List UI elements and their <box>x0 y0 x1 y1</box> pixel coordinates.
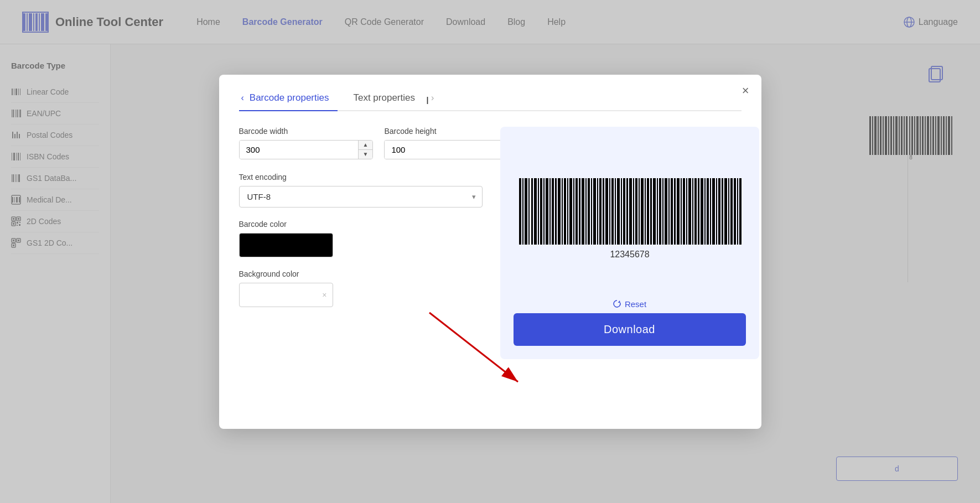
background-color-label: Background color <box>239 269 483 278</box>
svg-rect-108 <box>564 178 566 245</box>
svg-rect-161 <box>722 178 723 245</box>
svg-rect-165 <box>734 178 736 245</box>
svg-rect-97 <box>531 178 533 245</box>
svg-rect-135 <box>645 178 646 245</box>
svg-rect-116 <box>588 178 590 245</box>
svg-rect-145 <box>674 178 676 245</box>
svg-rect-148 <box>683 178 685 245</box>
svg-rect-139 <box>657 178 658 245</box>
barcode-color-swatch[interactable] <box>239 233 333 257</box>
tab-barcode-properties[interactable]: ‹ Barcode properties <box>239 92 338 111</box>
barcode-width-input[interactable] <box>240 141 358 159</box>
svg-rect-113 <box>579 178 580 245</box>
reset-icon <box>613 299 621 308</box>
tab-chevron-right-icon: › <box>431 93 434 110</box>
svg-rect-93 <box>519 178 521 245</box>
color-clear-icon[interactable]: × <box>322 291 326 299</box>
svg-rect-144 <box>671 178 673 245</box>
svg-text:12345678: 12345678 <box>610 250 649 259</box>
modal-right-panel: 12345678 Reset Download <box>500 127 759 359</box>
svg-rect-133 <box>639 178 640 245</box>
text-encoding-select[interactable]: UTF-8 UTF-16 ISO-8859-1 <box>239 186 483 208</box>
modal-dialog: × ‹ Barcode properties Text properties I… <box>219 75 761 429</box>
barcode-preview-svg: 12345678 <box>514 175 746 264</box>
reset-button[interactable]: Reset <box>613 299 646 309</box>
svg-rect-105 <box>555 178 557 245</box>
spinbox-down-width[interactable]: ▼ <box>359 150 373 159</box>
svg-rect-117 <box>591 178 592 245</box>
svg-rect-137 <box>650 178 652 245</box>
tab-cursor-icon: I <box>426 95 429 107</box>
barcode-height-group: Barcode height ▲ ▼ <box>384 127 518 159</box>
svg-rect-106 <box>558 178 561 245</box>
svg-rect-114 <box>582 178 584 245</box>
svg-rect-100 <box>540 178 542 245</box>
svg-rect-136 <box>647 178 649 245</box>
svg-rect-109 <box>567 178 568 245</box>
svg-rect-152 <box>694 178 697 245</box>
modal-close-button[interactable]: × <box>742 85 749 97</box>
svg-rect-110 <box>569 178 572 245</box>
svg-rect-156 <box>707 178 709 245</box>
svg-rect-118 <box>593 178 596 245</box>
svg-rect-129 <box>626 178 628 245</box>
svg-rect-157 <box>710 178 711 245</box>
barcode-height-spinbox[interactable]: ▲ ▼ <box>384 140 518 159</box>
svg-rect-101 <box>543 178 545 245</box>
svg-rect-131 <box>633 178 634 245</box>
svg-rect-149 <box>686 178 687 245</box>
text-encoding-label: Text encoding <box>239 173 483 182</box>
svg-rect-99 <box>538 178 539 245</box>
barcode-width-label: Barcode width <box>239 127 374 136</box>
svg-rect-124 <box>611 178 614 245</box>
svg-rect-142 <box>665 178 667 245</box>
svg-rect-166 <box>737 178 738 245</box>
spinbox-btns-width: ▲ ▼ <box>358 141 373 159</box>
svg-rect-141 <box>662 178 663 245</box>
svg-rect-120 <box>599 178 602 245</box>
svg-rect-112 <box>575 178 578 245</box>
svg-rect-119 <box>597 178 598 245</box>
svg-rect-134 <box>641 178 644 245</box>
svg-rect-107 <box>562 178 563 245</box>
barcode-color-label: Barcode color <box>239 220 483 229</box>
dimensions-row: Barcode width ▲ ▼ Barcode height <box>239 127 483 159</box>
svg-rect-126 <box>617 178 620 245</box>
barcode-height-input[interactable] <box>385 141 503 159</box>
svg-rect-111 <box>573 178 574 245</box>
svg-rect-130 <box>629 178 632 245</box>
svg-rect-154 <box>701 178 703 245</box>
background-color-swatch[interactable]: × <box>239 283 333 307</box>
barcode-width-spinbox[interactable]: ▲ ▼ <box>239 140 374 159</box>
modal-left-panel: Barcode width ▲ ▼ Barcode height <box>239 127 483 359</box>
svg-rect-164 <box>730 178 733 245</box>
reset-label: Reset <box>625 299 646 309</box>
barcode-width-group: Barcode width ▲ ▼ <box>239 127 374 159</box>
svg-rect-167 <box>739 178 742 245</box>
svg-rect-128 <box>623 178 625 245</box>
svg-rect-96 <box>528 178 530 245</box>
text-encoding-group: Text encoding UTF-8 UTF-16 ISO-8859-1 ▾ <box>239 173 483 208</box>
svg-rect-153 <box>698 178 699 245</box>
svg-rect-127 <box>621 178 622 245</box>
spinbox-up-width[interactable]: ▲ <box>359 141 373 150</box>
svg-rect-115 <box>585 178 587 245</box>
tab-text-properties[interactable]: Text properties <box>351 92 424 110</box>
svg-rect-140 <box>659 178 661 245</box>
svg-rect-138 <box>653 178 656 245</box>
svg-rect-162 <box>724 178 727 245</box>
modal-tabs: ‹ Barcode properties Text properties I › <box>239 92 742 111</box>
svg-rect-163 <box>728 178 729 245</box>
svg-rect-94 <box>522 178 523 245</box>
download-button[interactable]: Download <box>514 313 746 346</box>
svg-rect-155 <box>704 178 706 245</box>
svg-rect-143 <box>668 178 670 245</box>
modal-body: Barcode width ▲ ▼ Barcode height <box>239 127 742 359</box>
svg-rect-159 <box>716 178 717 245</box>
background-color-section: Background color × <box>239 269 483 307</box>
svg-rect-98 <box>534 178 537 245</box>
svg-rect-158 <box>712 178 715 245</box>
barcode-color-section: Barcode color <box>239 220 483 257</box>
modal-overlay[interactable]: × ‹ Barcode properties Text properties I… <box>0 0 980 503</box>
tab-barcode-props-label: Barcode properties <box>250 92 329 103</box>
